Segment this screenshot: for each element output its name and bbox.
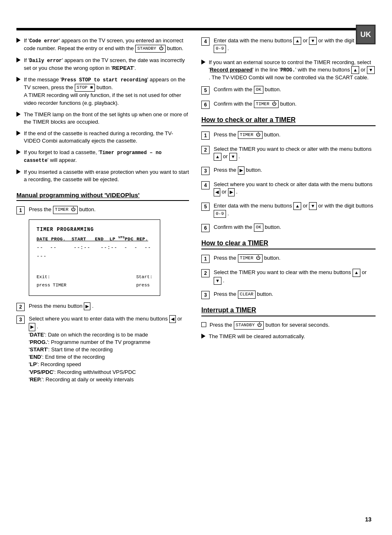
clear-step-2-content: Select the TIMER you want to clear with … [214, 269, 376, 285]
digit-btn-c5: 0-9 [214, 210, 226, 218]
top-border [16, 28, 376, 30]
press-stop-mono: Press STOP to start re­cording [61, 77, 147, 83]
daily-error-mono: Daily error [29, 58, 62, 64]
square-icon [201, 322, 206, 327]
check-step-6-content: Confirm with the OK button. [214, 224, 376, 231]
check-step-num-1: 1 [201, 131, 210, 140]
manual-programming-title: Manual programming without 'VIDEOPlus' [16, 191, 189, 198]
bullet-end-cassette: If the end of the cassette is reached du… [16, 130, 189, 145]
bullet-code-error-text: If 'Code error' appears on the TV screen… [24, 37, 189, 53]
timer-btn-c1: TIMER ⏻ [238, 131, 263, 139]
left-btn-1: ◀ [169, 315, 176, 323]
triangle-icon [16, 131, 21, 136]
interrupt-text-2: The TIMER will be cleared automatically. [209, 333, 376, 340]
prog-mono: PROG. [280, 67, 295, 73]
code-error-mono: Code error [29, 38, 59, 44]
step-3-content: Select where you want to enter data with… [29, 315, 189, 383]
up-btn-c5: ▲ [293, 202, 301, 210]
clear-step-2: 2 Select the TIMER you want to clear wit… [201, 269, 376, 285]
play-btn-1: ▶ [84, 302, 90, 310]
check-step-1-content: Press the TIMER ⏻ button. [214, 131, 376, 139]
bullet-daily-error-text: If 'Daily error' appears on the TV scree… [24, 57, 189, 72]
up-btn-cl2: ▲ [353, 269, 360, 277]
clear-step-1: 1 Press the TIMER ⏻ button. [201, 254, 376, 263]
uk-badge: UK [356, 25, 376, 44]
clear-title: How to clear a TIMER [201, 240, 376, 247]
right-step-6: 6 Confirm with the TIMER ⏻ button. [201, 100, 376, 109]
check-step-2-content: Select the TIMER you want to check or al… [214, 145, 376, 161]
timer-screen-box: TIMER PROGRAMMING DATE PROG. START END L… [29, 219, 160, 295]
step-num-2: 2 [16, 303, 25, 311]
screen-title: TIMER PROGRAMMING [37, 226, 152, 235]
manual-step-1: 1 Press the TIMER ⏻ button. [16, 206, 189, 214]
bullet-external-text: If you want an external source to contro… [209, 59, 376, 82]
screen-data: -- -- --:-- --:-- - - ----- [37, 244, 152, 261]
check-step-3-content: Press the ▶ button. [214, 166, 376, 174]
check-step-3: 3 Press the ▶ button. [201, 166, 376, 175]
bullet-timer-lamp: The TIMER lamp on the front of the set l… [16, 111, 189, 126]
check-step-num-4: 4 [201, 181, 210, 189]
record-prepared-text: Record prepared [210, 67, 252, 73]
stop-btn: STOP ■ [75, 84, 95, 92]
step-num-1: 1 [16, 206, 25, 214]
step-2-content: Press the menu button ▶ . [29, 302, 189, 310]
left-column: If 'Code error' appears on the TV screen… [16, 37, 189, 387]
page-number: 13 [365, 516, 371, 523]
interrupt-item-1: Press the STANDBY ⏻ button for several s… [201, 321, 376, 329]
step-num-3: 3 [16, 316, 25, 324]
manual-step-2: 2 Press the menu button ▶ . [16, 302, 189, 311]
manual-step-3: 3 Select where you want to enter data wi… [16, 315, 189, 383]
manual-programming-heading: Manual programming without 'VIDEOPlus' [16, 191, 189, 201]
up-btn-r4: ▲ [293, 37, 301, 45]
right-btn-1: ▶ [29, 323, 35, 331]
down-btn-cl2: ▼ [214, 277, 221, 285]
triangle-icon [16, 169, 21, 174]
interrupt-text-1: Press the STANDBY ⏻ button for several s… [210, 321, 376, 329]
check-step-5: 5 Enter data with the menu buttons ▲ or … [201, 202, 376, 218]
triangle-icon [201, 334, 205, 339]
interrupt-title: Interrupt a TIMER [201, 307, 376, 314]
right-btn-c4: ▶ [228, 188, 235, 196]
check-step-4: 4 Select where you want to check or alte… [201, 181, 376, 196]
bullet-timer-lamp-text: The TIMER lamp on the front of the set l… [24, 111, 189, 126]
check-step-2: 2 Select the TIMER you want to check or … [201, 145, 376, 161]
check-alter-heading: How to check or alter a TIMER [201, 116, 376, 126]
screen-footer: Exit:press TIMER Start:press [37, 273, 152, 290]
check-step-5-content: Enter data with the menu buttons ▲ or ▼ … [214, 202, 376, 218]
step-num-r5: 5 [201, 86, 210, 95]
check-step-num-2: 2 [201, 146, 210, 154]
bullet-external-source: If you want an external source to contro… [201, 59, 376, 82]
right-step-5: 5 Confirm with the OK button. [201, 86, 376, 95]
timer-programmed-mono: Timer pro­grammed – no cassette [24, 150, 161, 164]
standby-btn-int: STANDBY ⏻ [234, 321, 264, 329]
bullet-daily-error: If 'Daily error' appears on the TV scree… [16, 57, 189, 72]
check-alter-title: How to check or alter a TIMER [201, 116, 376, 124]
bullet-press-stop-text: If the message 'Press STOP to start re­c… [24, 76, 189, 107]
step-r4-content: Enter data with the menu buttons ▲ or ▼ … [214, 37, 376, 53]
triangle-icon [16, 112, 21, 117]
triangle-icon [16, 58, 21, 62]
triangle-icon [16, 77, 21, 82]
digit-btn-r4: 0-9 [214, 45, 226, 53]
clear-step-3: 3 Press the CLEAR button. [201, 291, 376, 299]
ok-btn-c6: OK [254, 224, 263, 231]
step-1-content: Press the TIMER ⏻ button. [29, 206, 189, 214]
up-btn-ext: ▲ [351, 66, 359, 74]
left-btn-c4: ◀ [214, 188, 220, 196]
bullet-press-stop: If the message 'Press STOP to start re­c… [16, 76, 189, 107]
clear-heading: How to clear a TIMER [201, 240, 376, 249]
check-step-1: 1 Press the TIMER ⏻ button. [201, 131, 376, 140]
down-btn-ext: ▼ [367, 66, 375, 74]
standby-btn-1: STANDBY ⏻ [135, 45, 166, 53]
clear-step-3-content: Press the CLEAR button. [214, 291, 376, 298]
bullet-forget-cassette: If you forget to load a cassette, 'Timer… [16, 149, 189, 164]
step-num-r6: 6 [201, 101, 210, 109]
triangle-icon [16, 150, 21, 155]
timer-btn-1: TIMER ⏻ [53, 206, 78, 214]
two-col-layout: If 'Code error' appears on the TV screen… [16, 37, 376, 387]
check-step-6: 6 Confirm with the OK button. [201, 224, 376, 232]
footer-start: Start:press [136, 273, 152, 290]
right-column: 4 Enter data with the menu buttons ▲ or … [201, 37, 376, 387]
interrupt-heading: Interrupt a TIMER [201, 307, 376, 316]
ok-btn-r5: OK [254, 86, 263, 94]
